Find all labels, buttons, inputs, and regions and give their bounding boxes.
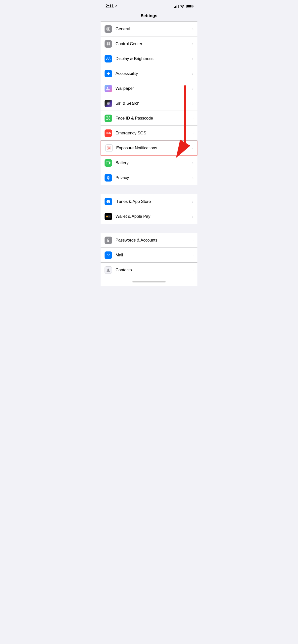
home-indicator bbox=[101, 278, 197, 286]
svg-point-37 bbox=[108, 240, 109, 241]
battery-label: Battery bbox=[115, 160, 190, 166]
section-gap-2 bbox=[101, 224, 197, 233]
wallet-apple-pay-label: Wallet & Apple Pay bbox=[115, 214, 190, 219]
itunes-app-store-chevron: › bbox=[192, 199, 194, 204]
settings-row-general[interactable]: General › bbox=[101, 22, 197, 36]
settings-row-battery[interactable]: Battery › bbox=[101, 156, 197, 170]
privacy-label: Privacy bbox=[115, 175, 190, 180]
siri-search-label: Siri & Search bbox=[115, 101, 190, 106]
settings-row-emergency-sos[interactable]: SOS Emergency SOS › bbox=[101, 126, 197, 140]
wallet-apple-pay-chevron: › bbox=[192, 214, 194, 219]
settings-row-wallet-apple-pay[interactable]: Wallet & Apple Pay › bbox=[101, 209, 197, 224]
svg-rect-34 bbox=[108, 216, 110, 216]
general-chevron: › bbox=[192, 27, 194, 31]
svg-rect-1 bbox=[108, 27, 108, 28]
contacts-chevron: › bbox=[192, 268, 194, 272]
mail-chevron: › bbox=[192, 253, 194, 257]
emergency-sos-label: Emergency SOS bbox=[115, 131, 190, 136]
passwords-accounts-label: Passwords & Accounts bbox=[115, 238, 190, 243]
wallpaper-icon bbox=[104, 85, 112, 92]
wallpaper-label: Wallpaper bbox=[115, 86, 190, 91]
accessibility-label: Accessibility bbox=[115, 71, 190, 76]
battery-icon bbox=[104, 159, 112, 167]
svg-rect-12 bbox=[108, 44, 110, 45]
svg-rect-21 bbox=[109, 119, 110, 120]
svg-rect-3 bbox=[106, 29, 107, 29]
itunes-app-store-icon bbox=[104, 198, 112, 205]
section-accounts: Passwords & Accounts › Mail › Contac bbox=[101, 233, 197, 278]
svg-rect-29 bbox=[110, 162, 110, 164]
svg-rect-11 bbox=[108, 42, 110, 44]
status-bar: 2:11 ↗ bbox=[101, 0, 197, 11]
settings-row-face-id[interactable]: Face ID & Passcode › bbox=[101, 111, 197, 126]
privacy-icon bbox=[104, 174, 112, 182]
itunes-app-store-label: iTunes & App Store bbox=[115, 199, 190, 204]
contacts-icon bbox=[104, 266, 112, 274]
settings-row-itunes-app-store[interactable]: iTunes & App Store › bbox=[101, 194, 197, 209]
face-id-label: Face ID & Passcode bbox=[115, 116, 190, 121]
face-id-chevron: › bbox=[192, 116, 194, 120]
settings-row-exposure-notifications[interactable]: Exposure Notifications › bbox=[101, 140, 197, 156]
settings-row-siri-search[interactable]: Siri & Search › bbox=[101, 96, 197, 111]
status-icons bbox=[174, 4, 193, 8]
svg-rect-20 bbox=[106, 119, 108, 120]
siri-search-chevron: › bbox=[192, 101, 194, 106]
general-icon bbox=[104, 25, 112, 33]
settings-row-wallpaper[interactable]: Wallpaper › bbox=[101, 81, 197, 96]
location-icon: ↗ bbox=[115, 4, 117, 8]
mail-label: Mail bbox=[115, 253, 190, 258]
accessibility-chevron: › bbox=[192, 72, 194, 76]
control-center-chevron: › bbox=[192, 42, 194, 46]
svg-rect-33 bbox=[106, 216, 107, 217]
display-brightness-chevron: › bbox=[192, 56, 194, 61]
exposure-notifications-label: Exposure Notifications bbox=[116, 146, 190, 150]
svg-point-23 bbox=[109, 118, 109, 118]
passwords-accounts-chevron: › bbox=[192, 238, 194, 242]
exposure-notifications-chevron: › bbox=[192, 146, 193, 150]
home-bar bbox=[132, 281, 166, 282]
settings-row-accessibility[interactable]: Accessibility › bbox=[101, 66, 197, 81]
svg-point-0 bbox=[107, 28, 109, 30]
settings-row-mail[interactable]: Mail › bbox=[101, 248, 197, 262]
mail-icon bbox=[104, 252, 112, 259]
svg-rect-18 bbox=[106, 116, 108, 117]
contacts-label: Contacts bbox=[115, 268, 190, 272]
battery-status-icon bbox=[186, 5, 193, 8]
battery-chevron: › bbox=[192, 161, 194, 165]
control-center-icon bbox=[104, 40, 112, 48]
status-time: 2:11 bbox=[105, 4, 114, 9]
section-store: iTunes & App Store › Wallet & Apple Pay … bbox=[101, 194, 197, 224]
wifi-icon bbox=[180, 4, 185, 8]
wallet-apple-pay-icon bbox=[104, 213, 112, 220]
privacy-chevron: › bbox=[192, 176, 194, 180]
svg-rect-9 bbox=[107, 42, 108, 44]
face-id-icon bbox=[104, 114, 112, 122]
emergency-sos-chevron: › bbox=[192, 131, 194, 135]
settings-row-privacy[interactable]: Privacy › bbox=[101, 170, 197, 185]
svg-rect-2 bbox=[108, 30, 108, 31]
wallpaper-chevron: › bbox=[192, 86, 194, 90]
settings-row-display-brightness[interactable]: AA Display & Brightness › bbox=[101, 51, 197, 66]
siri-icon bbox=[104, 100, 112, 107]
settings-row-contacts[interactable]: Contacts › bbox=[101, 262, 197, 278]
section-gap-1 bbox=[101, 185, 197, 194]
exposure-notifications-icon bbox=[105, 144, 113, 152]
svg-rect-19 bbox=[109, 116, 110, 117]
emergency-sos-icon: SOS bbox=[104, 130, 112, 137]
nav-title: Settings bbox=[101, 11, 197, 22]
section-system: General › Control Center › AA Display & … bbox=[101, 22, 197, 185]
svg-rect-4 bbox=[109, 29, 110, 29]
svg-point-25 bbox=[108, 147, 110, 149]
page-title: Settings bbox=[105, 14, 193, 18]
accessibility-icon bbox=[104, 70, 112, 77]
display-brightness-icon: AA bbox=[104, 55, 112, 62]
control-center-label: Control Center bbox=[115, 42, 190, 46]
general-label: General bbox=[115, 26, 190, 32]
svg-rect-30 bbox=[106, 162, 109, 164]
passwords-accounts-icon bbox=[104, 236, 112, 244]
svg-point-39 bbox=[107, 268, 109, 270]
settings-row-passwords-accounts[interactable]: Passwords & Accounts › bbox=[101, 233, 197, 248]
svg-rect-35 bbox=[108, 217, 110, 217]
settings-row-control-center[interactable]: Control Center › bbox=[101, 36, 197, 51]
display-brightness-label: Display & Brightness bbox=[115, 56, 190, 61]
